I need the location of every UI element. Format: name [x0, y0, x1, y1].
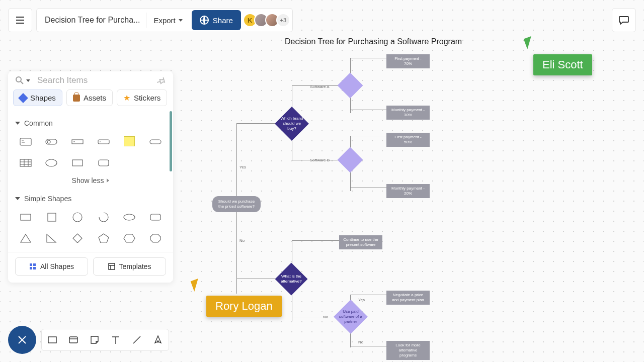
shape-field[interactable] — [93, 134, 114, 148]
search-input[interactable] — [37, 75, 157, 85]
chevron-down-icon[interactable] — [26, 79, 30, 82]
all-shapes-button[interactable]: All Shapes — [15, 257, 88, 276]
tool-strip — [41, 329, 169, 351]
briefcase-icon — [73, 95, 80, 102]
cursor-label: Rory Logan — [206, 296, 282, 317]
svg-rect-1 — [20, 138, 31, 145]
edge — [350, 110, 386, 110]
close-icon — [17, 335, 27, 345]
shape-input[interactable] — [67, 134, 88, 148]
shape-rounded[interactable] — [145, 210, 166, 224]
edge — [236, 279, 279, 279]
shape-card[interactable] — [15, 134, 36, 148]
menu-icon — [15, 16, 25, 25]
comments-button[interactable] — [612, 8, 636, 32]
shape-octagon[interactable] — [145, 231, 166, 245]
edge-label: Software B — [310, 158, 330, 162]
close-fab[interactable] — [8, 326, 36, 354]
shape-triangle[interactable] — [15, 231, 36, 245]
tool-note[interactable] — [88, 333, 101, 346]
section-simple[interactable]: Simple Shapes — [15, 190, 166, 208]
svg-rect-21 — [48, 337, 56, 343]
edge — [350, 346, 386, 346]
shape-oval[interactable] — [119, 210, 140, 224]
export-button[interactable]: Export — [146, 10, 189, 30]
shape-square[interactable] — [41, 210, 62, 224]
node-negotiate[interactable]: Negotiate a price and payment plan — [386, 291, 430, 305]
edge — [350, 136, 386, 136]
common-shapes-grid — [15, 132, 166, 171]
node-software-a[interactable] — [338, 73, 363, 99]
tool-rectangle[interactable] — [46, 333, 59, 346]
node-software-b[interactable] — [338, 147, 363, 173]
search-icon — [15, 76, 24, 85]
chevron-down-icon — [179, 19, 183, 22]
shape-diamond[interactable] — [67, 231, 88, 245]
svg-point-14 — [124, 214, 135, 220]
edge — [236, 203, 237, 294]
tool-card[interactable] — [67, 333, 80, 346]
node-use-partner[interactable]: Use paid software of a partner — [334, 300, 368, 334]
svg-rect-6 — [150, 140, 161, 144]
svg-point-13 — [73, 213, 82, 222]
node-monthly-payment-30[interactable]: Monthly payment - 30% — [386, 106, 430, 120]
grid-icon — [29, 263, 36, 270]
edge — [350, 295, 386, 295]
node-alternative-decision[interactable]: What is the alternative? — [275, 262, 307, 295]
show-less-button[interactable]: Show less — [15, 171, 166, 190]
shape-table[interactable] — [15, 155, 36, 169]
shape-rounded-rect[interactable] — [93, 155, 114, 169]
edge — [350, 58, 386, 58]
globe-icon — [200, 16, 209, 25]
shape-pill[interactable] — [145, 134, 166, 148]
diamond-icon — [18, 93, 28, 103]
shape-pentagon[interactable] — [93, 231, 114, 245]
shape-sticky-note[interactable] — [119, 134, 140, 148]
edge-label: No — [323, 315, 328, 319]
title-bar: Decision Tree for Purcha... Export Share… — [36, 8, 293, 32]
svg-rect-11 — [21, 214, 31, 220]
node-look-alternatives[interactable]: Look for more alternative programs — [386, 341, 430, 360]
node-monthly-payment-20[interactable]: Monthly payment - 20% — [386, 184, 430, 198]
more-collaborators[interactable]: +3 — [276, 13, 290, 27]
chevron-right-icon — [107, 178, 109, 183]
shape-rectangle[interactable] — [67, 155, 88, 169]
node-first-payment-50[interactable]: First payment - 50% — [386, 133, 430, 147]
collaborator-avatars: K +3 — [246, 13, 290, 27]
tab-stickers[interactable]: ★Stickers — [117, 89, 167, 106]
svg-point-0 — [16, 77, 21, 82]
node-root-question[interactable]: Should we purchase the priced software? — [212, 196, 261, 212]
tool-text[interactable] — [109, 333, 122, 346]
shape-right-triangle[interactable] — [41, 231, 62, 245]
svg-rect-10 — [99, 160, 109, 166]
shape-circle[interactable] — [67, 210, 88, 224]
node-brand-decision[interactable]: Which brand should we buy? — [275, 107, 309, 141]
star-icon: ★ — [123, 94, 130, 102]
pin-icon[interactable] — [157, 76, 166, 85]
comment-icon — [618, 15, 629, 25]
menu-button[interactable] — [8, 8, 32, 32]
tab-shapes[interactable]: Shapes — [13, 89, 62, 106]
section-common[interactable]: Common — [15, 114, 166, 132]
shape-ellipse[interactable] — [41, 155, 62, 169]
tool-pen[interactable] — [151, 333, 165, 346]
shape-switch[interactable] — [41, 134, 62, 148]
svg-point-8 — [46, 159, 57, 166]
edge-label: No — [239, 238, 245, 243]
svg-rect-19 — [33, 267, 36, 269]
shape-hexagon[interactable] — [119, 231, 140, 245]
shape-arc[interactable] — [93, 210, 114, 224]
scrollbar-thumb[interactable] — [170, 111, 172, 171]
share-button[interactable]: Share — [192, 10, 241, 30]
shape-rectangle[interactable] — [15, 210, 36, 224]
svg-rect-18 — [30, 267, 32, 269]
templates-button[interactable]: Templates — [93, 257, 166, 276]
search-row — [8, 71, 173, 89]
panel-scroll[interactable]: Common Show less Simple Shapes — [8, 111, 173, 252]
chevron-down-icon — [15, 197, 20, 200]
node-continue-software[interactable]: Continue to use the present software — [339, 235, 382, 249]
document-title[interactable]: Decision Tree for Purcha... — [39, 16, 146, 25]
node-first-payment-70[interactable]: First payment - 70% — [386, 54, 430, 68]
tool-line[interactable] — [130, 333, 143, 346]
tab-assets[interactable]: Assets — [66, 89, 113, 106]
